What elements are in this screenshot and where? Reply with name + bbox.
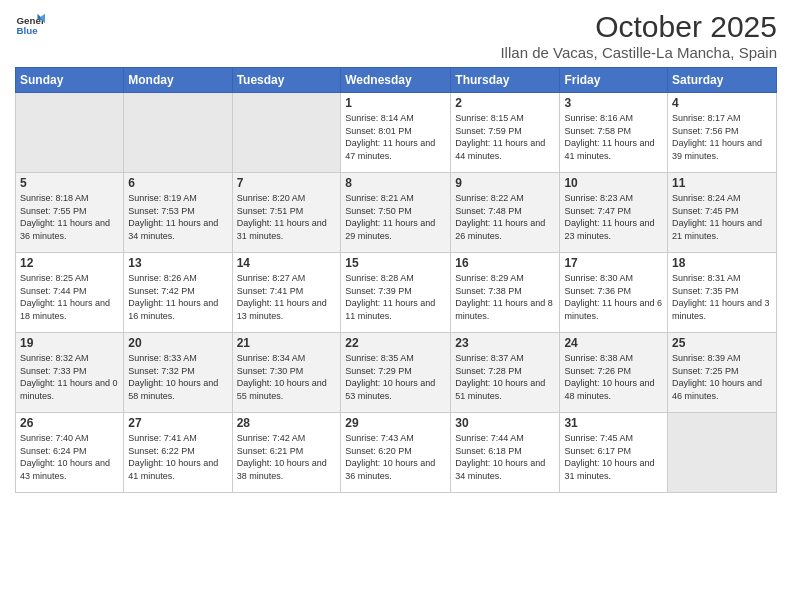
calendar-cell: 17Sunrise: 8:30 AM Sunset: 7:36 PM Dayli… (560, 253, 668, 333)
day-info: Sunrise: 7:43 AM Sunset: 6:20 PM Dayligh… (345, 432, 446, 482)
day-info: Sunrise: 8:29 AM Sunset: 7:38 PM Dayligh… (455, 272, 555, 322)
day-number: 22 (345, 336, 446, 350)
calendar-cell: 15Sunrise: 8:28 AM Sunset: 7:39 PM Dayli… (341, 253, 451, 333)
day-number: 19 (20, 336, 119, 350)
day-number: 18 (672, 256, 772, 270)
day-info: Sunrise: 8:20 AM Sunset: 7:51 PM Dayligh… (237, 192, 337, 242)
svg-text:Blue: Blue (17, 25, 39, 36)
calendar-cell: 19Sunrise: 8:32 AM Sunset: 7:33 PM Dayli… (16, 333, 124, 413)
calendar-week-row: 12Sunrise: 8:25 AM Sunset: 7:44 PM Dayli… (16, 253, 777, 333)
day-info: Sunrise: 7:40 AM Sunset: 6:24 PM Dayligh… (20, 432, 119, 482)
day-number: 15 (345, 256, 446, 270)
day-info: Sunrise: 8:35 AM Sunset: 7:29 PM Dayligh… (345, 352, 446, 402)
calendar-week-row: 19Sunrise: 8:32 AM Sunset: 7:33 PM Dayli… (16, 333, 777, 413)
day-info: Sunrise: 8:16 AM Sunset: 7:58 PM Dayligh… (564, 112, 663, 162)
day-info: Sunrise: 8:18 AM Sunset: 7:55 PM Dayligh… (20, 192, 119, 242)
day-number: 28 (237, 416, 337, 430)
col-monday: Monday (124, 68, 232, 93)
day-info: Sunrise: 8:21 AM Sunset: 7:50 PM Dayligh… (345, 192, 446, 242)
day-number: 11 (672, 176, 772, 190)
calendar-cell: 13Sunrise: 8:26 AM Sunset: 7:42 PM Dayli… (124, 253, 232, 333)
day-number: 16 (455, 256, 555, 270)
calendar-cell (232, 93, 341, 173)
logo: General Blue (15, 10, 45, 40)
logo-icon: General Blue (15, 10, 45, 40)
day-number: 23 (455, 336, 555, 350)
day-number: 14 (237, 256, 337, 270)
day-number: 21 (237, 336, 337, 350)
day-info: Sunrise: 8:39 AM Sunset: 7:25 PM Dayligh… (672, 352, 772, 402)
calendar-cell: 23Sunrise: 8:37 AM Sunset: 7:28 PM Dayli… (451, 333, 560, 413)
calendar-cell: 6Sunrise: 8:19 AM Sunset: 7:53 PM Daylig… (124, 173, 232, 253)
day-info: Sunrise: 8:27 AM Sunset: 7:41 PM Dayligh… (237, 272, 337, 322)
day-number: 30 (455, 416, 555, 430)
day-number: 26 (20, 416, 119, 430)
day-number: 2 (455, 96, 555, 110)
day-number: 25 (672, 336, 772, 350)
page-title: October 2025 (500, 10, 777, 44)
day-number: 5 (20, 176, 119, 190)
day-info: Sunrise: 8:26 AM Sunset: 7:42 PM Dayligh… (128, 272, 227, 322)
day-info: Sunrise: 8:32 AM Sunset: 7:33 PM Dayligh… (20, 352, 119, 402)
day-info: Sunrise: 8:19 AM Sunset: 7:53 PM Dayligh… (128, 192, 227, 242)
col-saturday: Saturday (668, 68, 777, 93)
calendar-cell (668, 413, 777, 493)
calendar-header-row: Sunday Monday Tuesday Wednesday Thursday… (16, 68, 777, 93)
day-number: 6 (128, 176, 227, 190)
svg-text:General: General (17, 15, 46, 26)
calendar-cell: 11Sunrise: 8:24 AM Sunset: 7:45 PM Dayli… (668, 173, 777, 253)
day-info: Sunrise: 8:17 AM Sunset: 7:56 PM Dayligh… (672, 112, 772, 162)
day-number: 27 (128, 416, 227, 430)
day-info: Sunrise: 8:31 AM Sunset: 7:35 PM Dayligh… (672, 272, 772, 322)
calendar-cell: 12Sunrise: 8:25 AM Sunset: 7:44 PM Dayli… (16, 253, 124, 333)
day-number: 4 (672, 96, 772, 110)
day-number: 29 (345, 416, 446, 430)
day-number: 3 (564, 96, 663, 110)
day-number: 12 (20, 256, 119, 270)
calendar-cell: 5Sunrise: 8:18 AM Sunset: 7:55 PM Daylig… (16, 173, 124, 253)
day-number: 20 (128, 336, 227, 350)
calendar-week-row: 5Sunrise: 8:18 AM Sunset: 7:55 PM Daylig… (16, 173, 777, 253)
calendar-cell: 1Sunrise: 8:14 AM Sunset: 8:01 PM Daylig… (341, 93, 451, 173)
calendar-table: Sunday Monday Tuesday Wednesday Thursday… (15, 67, 777, 493)
calendar-cell: 20Sunrise: 8:33 AM Sunset: 7:32 PM Dayli… (124, 333, 232, 413)
calendar-cell: 4Sunrise: 8:17 AM Sunset: 7:56 PM Daylig… (668, 93, 777, 173)
day-info: Sunrise: 8:38 AM Sunset: 7:26 PM Dayligh… (564, 352, 663, 402)
day-number: 13 (128, 256, 227, 270)
day-info: Sunrise: 8:24 AM Sunset: 7:45 PM Dayligh… (672, 192, 772, 242)
calendar-cell (16, 93, 124, 173)
day-info: Sunrise: 8:22 AM Sunset: 7:48 PM Dayligh… (455, 192, 555, 242)
calendar-cell: 16Sunrise: 8:29 AM Sunset: 7:38 PM Dayli… (451, 253, 560, 333)
calendar-cell: 29Sunrise: 7:43 AM Sunset: 6:20 PM Dayli… (341, 413, 451, 493)
day-info: Sunrise: 7:41 AM Sunset: 6:22 PM Dayligh… (128, 432, 227, 482)
col-wednesday: Wednesday (341, 68, 451, 93)
day-number: 10 (564, 176, 663, 190)
day-number: 24 (564, 336, 663, 350)
calendar-cell (124, 93, 232, 173)
calendar-cell: 31Sunrise: 7:45 AM Sunset: 6:17 PM Dayli… (560, 413, 668, 493)
calendar-cell: 9Sunrise: 8:22 AM Sunset: 7:48 PM Daylig… (451, 173, 560, 253)
day-info: Sunrise: 8:30 AM Sunset: 7:36 PM Dayligh… (564, 272, 663, 322)
day-info: Sunrise: 8:34 AM Sunset: 7:30 PM Dayligh… (237, 352, 337, 402)
calendar-week-row: 26Sunrise: 7:40 AM Sunset: 6:24 PM Dayli… (16, 413, 777, 493)
calendar-cell: 18Sunrise: 8:31 AM Sunset: 7:35 PM Dayli… (668, 253, 777, 333)
calendar-cell: 10Sunrise: 8:23 AM Sunset: 7:47 PM Dayli… (560, 173, 668, 253)
day-number: 17 (564, 256, 663, 270)
calendar-cell: 22Sunrise: 8:35 AM Sunset: 7:29 PM Dayli… (341, 333, 451, 413)
day-info: Sunrise: 8:37 AM Sunset: 7:28 PM Dayligh… (455, 352, 555, 402)
page-subtitle: Illan de Vacas, Castille-La Mancha, Spai… (500, 44, 777, 61)
day-info: Sunrise: 8:14 AM Sunset: 8:01 PM Dayligh… (345, 112, 446, 162)
title-block: October 2025 Illan de Vacas, Castille-La… (500, 10, 777, 61)
day-info: Sunrise: 8:28 AM Sunset: 7:39 PM Dayligh… (345, 272, 446, 322)
calendar-cell: 8Sunrise: 8:21 AM Sunset: 7:50 PM Daylig… (341, 173, 451, 253)
col-tuesday: Tuesday (232, 68, 341, 93)
day-info: Sunrise: 7:45 AM Sunset: 6:17 PM Dayligh… (564, 432, 663, 482)
calendar-cell: 28Sunrise: 7:42 AM Sunset: 6:21 PM Dayli… (232, 413, 341, 493)
day-info: Sunrise: 8:33 AM Sunset: 7:32 PM Dayligh… (128, 352, 227, 402)
day-info: Sunrise: 8:23 AM Sunset: 7:47 PM Dayligh… (564, 192, 663, 242)
col-thursday: Thursday (451, 68, 560, 93)
calendar-cell: 3Sunrise: 8:16 AM Sunset: 7:58 PM Daylig… (560, 93, 668, 173)
calendar-cell: 14Sunrise: 8:27 AM Sunset: 7:41 PM Dayli… (232, 253, 341, 333)
day-number: 31 (564, 416, 663, 430)
day-info: Sunrise: 7:42 AM Sunset: 6:21 PM Dayligh… (237, 432, 337, 482)
